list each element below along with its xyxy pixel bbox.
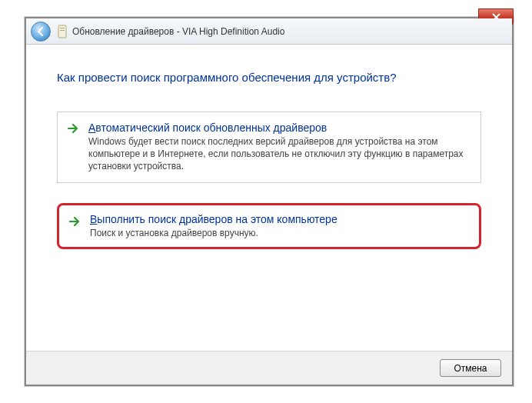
arrow-right-icon (67, 122, 79, 135)
dialog-window: Обновление драйверов - VIA High Definiti… (25, 17, 514, 386)
page-heading: Как провести поиск программного обеспече… (57, 71, 481, 84)
arrow-left-icon (35, 26, 46, 37)
svg-rect-0 (58, 25, 66, 38)
cancel-button[interactable]: Отмена (440, 359, 501, 377)
arrow-right-icon (68, 215, 81, 228)
option-description: Поиск и установка драйверов вручную. (90, 227, 468, 239)
titlebar: Обновление драйверов - VIA High Definiti… (26, 18, 512, 45)
option-title: Выполнить поиск драйверов на этом компью… (90, 213, 468, 225)
option-description: Windows будет вести поиск последних верс… (88, 135, 470, 173)
window-title: Обновление драйверов - VIA High Definiti… (72, 26, 284, 37)
footer: Отмена (26, 351, 512, 385)
svg-rect-1 (60, 28, 65, 28)
svg-rect-2 (60, 30, 65, 31)
content-area: Как провести поиск программного обеспече… (26, 45, 512, 249)
option-manual-search[interactable]: Выполнить поиск драйверов на этом компью… (57, 203, 481, 249)
back-button[interactable] (31, 22, 51, 42)
device-icon (57, 25, 68, 38)
option-auto-search[interactable]: Автоматический поиск обновленных драйвер… (57, 112, 481, 183)
option-title: Автоматический поиск обновленных драйвер… (88, 122, 470, 134)
